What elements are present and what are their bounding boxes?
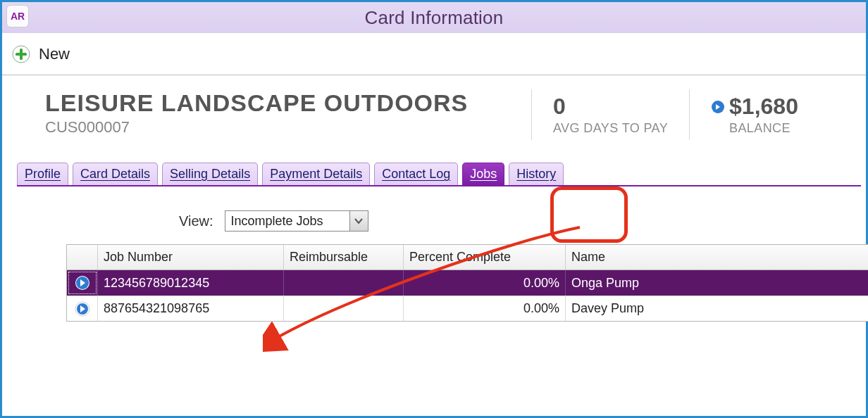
cell-job-number: 123456789012345 [98, 270, 284, 296]
new-button[interactable]: New [12, 45, 70, 63]
company-code: CUS000007 [45, 118, 531, 137]
cell-percent: 0.00% [404, 270, 566, 296]
view-select-text: Incomplete Jobs [225, 214, 349, 229]
cell-job-number: 887654321098765 [98, 296, 284, 321]
avg-days-value: 0 [553, 94, 668, 120]
tab-selling-details[interactable]: Selling Details [162, 163, 258, 185]
arrow-right-circle-icon [75, 275, 90, 291]
cell-name: Onga Pump [566, 270, 868, 296]
grid-header-percent[interactable]: Percent Complete [404, 245, 566, 270]
cell-percent: 0.00% [404, 296, 566, 321]
avg-days-label: AVG DAYS TO PAY [553, 121, 668, 136]
titlebar: AR Card Information [2, 2, 866, 33]
cell-reimbursable [284, 270, 404, 296]
row-open-button[interactable] [67, 296, 98, 321]
new-button-label: New [39, 45, 70, 63]
grid-header-name[interactable]: Name [566, 245, 868, 270]
grid-header-select [67, 245, 98, 270]
tab-history[interactable]: History [509, 163, 564, 185]
svg-rect-2 [16, 53, 27, 56]
balance-value: $1,680 [729, 94, 798, 120]
grid-header-reimbursable[interactable]: Reimbursable [284, 245, 404, 270]
jobs-grid: Job Number Reimbursable Percent Complete… [66, 244, 868, 322]
company-name: LEISURE LANDSCAPE OUTDOORS [45, 89, 531, 117]
toolbar: New [2, 33, 866, 75]
view-select[interactable]: Incomplete Jobs [225, 210, 368, 232]
balance-label: BALANCE [729, 121, 798, 136]
row-open-button[interactable] [67, 270, 98, 296]
tab-jobs[interactable]: Jobs [462, 163, 504, 185]
grid-header-job-number[interactable]: Job Number [98, 245, 284, 270]
app-badge: AR [6, 5, 29, 27]
view-select-chevron[interactable] [349, 211, 368, 231]
table-row[interactable]: 123456789012345 0.00% Onga Pump [67, 270, 868, 296]
plus-icon [12, 45, 30, 63]
tab-payment-details[interactable]: Payment Details [262, 163, 370, 185]
cell-reimbursable [284, 296, 404, 321]
cell-name: Davey Pump [566, 296, 868, 321]
tab-profile[interactable]: Profile [17, 163, 68, 185]
tab-panel-jobs: View: Incomplete Jobs Job Number Reimbur… [17, 185, 861, 322]
tab-contact-log[interactable]: Contact Log [374, 163, 458, 185]
arrow-right-circle-icon [75, 301, 90, 317]
view-label: View: [179, 213, 213, 229]
chevron-down-icon [354, 217, 363, 225]
arrow-right-circle-icon[interactable] [711, 100, 725, 114]
window-title: Card Information [2, 7, 866, 29]
grid-header: Job Number Reimbursable Percent Complete… [67, 245, 868, 270]
table-row[interactable]: 887654321098765 0.00% Davey Pump [67, 296, 868, 321]
tab-strip: Profile Card Details Selling Details Pay… [4, 163, 864, 185]
tab-card-details[interactable]: Card Details [73, 163, 158, 185]
